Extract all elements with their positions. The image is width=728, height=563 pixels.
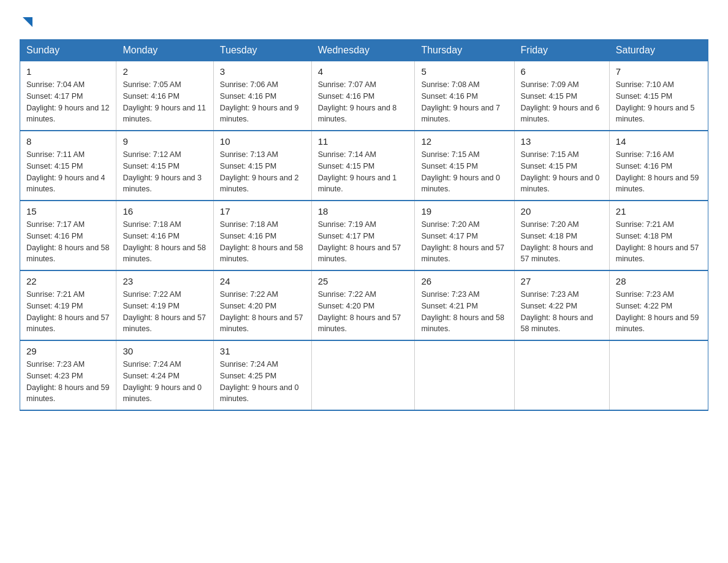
calendar-table: Sunday Monday Tuesday Wednesday Thursday…: [20, 39, 708, 411]
day-info: Sunrise: 7:15 AMSunset: 4:15 PMDaylight:…: [421, 149, 507, 195]
calendar-cell: 23Sunrise: 7:22 AMSunset: 4:19 PMDayligh…: [116, 270, 213, 340]
logo-wrap: [20, 15, 34, 28]
day-info: Sunrise: 7:05 AMSunset: 4:16 PMDaylight:…: [123, 79, 207, 125]
day-info: Sunrise: 7:20 AMSunset: 4:18 PMDaylight:…: [521, 219, 603, 265]
day-number: 13: [521, 136, 603, 147]
day-number: 9: [123, 136, 207, 147]
week-row-3: 15Sunrise: 7:17 AMSunset: 4:16 PMDayligh…: [20, 201, 708, 270]
day-info: Sunrise: 7:21 AMSunset: 4:19 PMDaylight:…: [26, 289, 110, 335]
day-number: 5: [421, 66, 507, 77]
day-number: 18: [318, 206, 409, 216]
calendar-cell: 11Sunrise: 7:14 AMSunset: 4:15 PMDayligh…: [311, 131, 415, 201]
calendar-cell: [609, 340, 708, 410]
calendar-cell: 5Sunrise: 7:08 AMSunset: 4:16 PMDaylight…: [415, 61, 514, 131]
calendar-cell: 12Sunrise: 7:15 AMSunset: 4:15 PMDayligh…: [415, 131, 514, 201]
col-sunday: Sunday: [20, 40, 116, 61]
page-header: [20, 15, 708, 28]
day-number: 3: [220, 66, 305, 77]
day-number: 15: [26, 206, 110, 216]
day-number: 11: [318, 136, 409, 147]
day-number: 17: [220, 206, 305, 216]
col-wednesday: Wednesday: [311, 40, 415, 61]
day-info: Sunrise: 7:23 AMSunset: 4:21 PMDaylight:…: [421, 289, 507, 335]
day-info: Sunrise: 7:24 AMSunset: 4:25 PMDaylight:…: [220, 359, 305, 405]
day-number: 23: [123, 276, 207, 286]
week-row-2: 8Sunrise: 7:11 AMSunset: 4:15 PMDaylight…: [20, 131, 708, 201]
day-info: Sunrise: 7:14 AMSunset: 4:15 PMDaylight:…: [318, 149, 409, 195]
day-number: 26: [421, 276, 507, 286]
day-number: 10: [220, 136, 305, 147]
calendar-cell: 7Sunrise: 7:10 AMSunset: 4:15 PMDaylight…: [609, 61, 708, 131]
day-info: Sunrise: 7:23 AMSunset: 4:22 PMDaylight:…: [521, 289, 603, 335]
col-monday: Monday: [116, 40, 213, 61]
day-info: Sunrise: 7:18 AMSunset: 4:16 PMDaylight:…: [123, 219, 207, 265]
day-number: 28: [616, 276, 702, 286]
calendar-cell: [311, 340, 415, 410]
col-thursday: Thursday: [415, 40, 514, 61]
day-info: Sunrise: 7:18 AMSunset: 4:16 PMDaylight:…: [220, 219, 305, 265]
calendar-cell: 9Sunrise: 7:12 AMSunset: 4:15 PMDaylight…: [116, 131, 213, 201]
week-row-1: 1Sunrise: 7:04 AMSunset: 4:17 PMDaylight…: [20, 61, 708, 131]
calendar-cell: 24Sunrise: 7:22 AMSunset: 4:20 PMDayligh…: [213, 270, 311, 340]
day-info: Sunrise: 7:07 AMSunset: 4:16 PMDaylight:…: [318, 79, 409, 125]
calendar-cell: 17Sunrise: 7:18 AMSunset: 4:16 PMDayligh…: [213, 201, 311, 270]
calendar-cell: 26Sunrise: 7:23 AMSunset: 4:21 PMDayligh…: [415, 270, 514, 340]
day-number: 8: [26, 136, 110, 147]
day-info: Sunrise: 7:04 AMSunset: 4:17 PMDaylight:…: [26, 79, 110, 125]
calendar-cell: 14Sunrise: 7:16 AMSunset: 4:16 PMDayligh…: [609, 131, 708, 201]
calendar-cell: 18Sunrise: 7:19 AMSunset: 4:17 PMDayligh…: [311, 201, 415, 270]
day-number: 2: [123, 66, 207, 77]
day-number: 14: [616, 136, 702, 147]
day-number: 19: [421, 206, 507, 216]
day-info: Sunrise: 7:22 AMSunset: 4:19 PMDaylight:…: [123, 289, 207, 335]
day-number: 31: [220, 346, 305, 356]
calendar-body: 1Sunrise: 7:04 AMSunset: 4:17 PMDaylight…: [20, 61, 708, 411]
calendar-cell: 21Sunrise: 7:21 AMSunset: 4:18 PMDayligh…: [609, 201, 708, 270]
day-number: 22: [26, 276, 110, 286]
day-info: Sunrise: 7:23 AMSunset: 4:22 PMDaylight:…: [616, 289, 702, 335]
calendar-cell: 27Sunrise: 7:23 AMSunset: 4:22 PMDayligh…: [514, 270, 609, 340]
day-info: Sunrise: 7:21 AMSunset: 4:18 PMDaylight:…: [616, 219, 702, 265]
day-number: 16: [123, 206, 207, 216]
day-number: 6: [521, 66, 603, 77]
day-number: 27: [521, 276, 603, 286]
calendar-cell: 28Sunrise: 7:23 AMSunset: 4:22 PMDayligh…: [609, 270, 708, 340]
day-info: Sunrise: 7:08 AMSunset: 4:16 PMDaylight:…: [421, 79, 507, 125]
calendar-header: Sunday Monday Tuesday Wednesday Thursday…: [20, 40, 708, 61]
day-number: 4: [318, 66, 409, 77]
svg-marker-0: [23, 17, 32, 27]
logo: [20, 15, 34, 28]
day-info: Sunrise: 7:17 AMSunset: 4:16 PMDaylight:…: [26, 219, 110, 265]
day-info: Sunrise: 7:20 AMSunset: 4:17 PMDaylight:…: [421, 219, 507, 265]
week-row-4: 22Sunrise: 7:21 AMSunset: 4:19 PMDayligh…: [20, 270, 708, 340]
day-info: Sunrise: 7:22 AMSunset: 4:20 PMDaylight:…: [318, 289, 409, 335]
day-number: 29: [26, 346, 110, 356]
day-info: Sunrise: 7:24 AMSunset: 4:24 PMDaylight:…: [123, 359, 207, 405]
calendar-cell: 31Sunrise: 7:24 AMSunset: 4:25 PMDayligh…: [213, 340, 311, 410]
col-friday: Friday: [514, 40, 609, 61]
col-saturday: Saturday: [609, 40, 708, 61]
calendar-cell: 16Sunrise: 7:18 AMSunset: 4:16 PMDayligh…: [116, 201, 213, 270]
day-info: Sunrise: 7:13 AMSunset: 4:15 PMDaylight:…: [220, 149, 305, 195]
day-info: Sunrise: 7:11 AMSunset: 4:15 PMDaylight:…: [26, 149, 110, 195]
calendar-cell: 29Sunrise: 7:23 AMSunset: 4:23 PMDayligh…: [20, 340, 116, 410]
col-tuesday: Tuesday: [213, 40, 311, 61]
calendar-cell: 6Sunrise: 7:09 AMSunset: 4:15 PMDaylight…: [514, 61, 609, 131]
day-info: Sunrise: 7:16 AMSunset: 4:16 PMDaylight:…: [616, 149, 702, 195]
day-number: 24: [220, 276, 305, 286]
calendar-cell: 3Sunrise: 7:06 AMSunset: 4:16 PMDaylight…: [213, 61, 311, 131]
day-number: 20: [521, 206, 603, 216]
day-number: 1: [26, 66, 110, 77]
calendar-cell: [415, 340, 514, 410]
calendar-cell: 22Sunrise: 7:21 AMSunset: 4:19 PMDayligh…: [20, 270, 116, 340]
calendar-cell: 2Sunrise: 7:05 AMSunset: 4:16 PMDaylight…: [116, 61, 213, 131]
day-number: 12: [421, 136, 507, 147]
day-number: 7: [616, 66, 702, 77]
day-info: Sunrise: 7:09 AMSunset: 4:15 PMDaylight:…: [521, 79, 603, 125]
day-info: Sunrise: 7:22 AMSunset: 4:20 PMDaylight:…: [220, 289, 305, 335]
week-row-5: 29Sunrise: 7:23 AMSunset: 4:23 PMDayligh…: [20, 340, 708, 410]
logo-row1: [20, 15, 34, 28]
calendar-cell: 1Sunrise: 7:04 AMSunset: 4:17 PMDaylight…: [20, 61, 116, 131]
calendar-cell: 20Sunrise: 7:20 AMSunset: 4:18 PMDayligh…: [514, 201, 609, 270]
calendar-cell: 8Sunrise: 7:11 AMSunset: 4:15 PMDaylight…: [20, 131, 116, 201]
